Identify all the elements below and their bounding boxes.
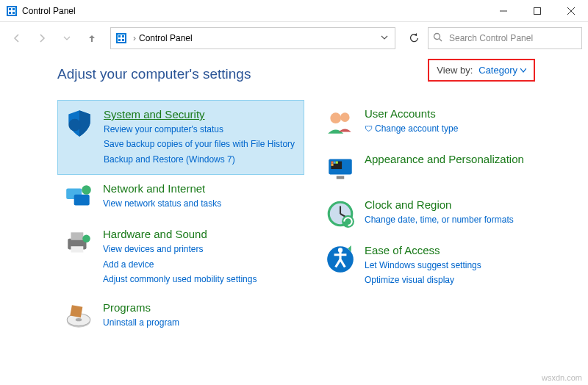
search-input[interactable] bbox=[448, 32, 581, 44]
ease-of-access-icon bbox=[325, 244, 356, 275]
category-title[interactable]: Clock and Region bbox=[365, 198, 560, 211]
svg-rect-34 bbox=[331, 162, 333, 164]
address-bar[interactable]: › Control Panel bbox=[110, 27, 395, 49]
category-ease-of-access[interactable]: Ease of Access Let Windows suggest setti… bbox=[319, 237, 566, 295]
search-icon bbox=[433, 32, 443, 45]
category-network-internet[interactable]: Network and Internet View network status… bbox=[57, 175, 304, 220]
control-panel-icon bbox=[115, 32, 127, 44]
svg-rect-24 bbox=[71, 246, 84, 252]
view-by-value: Category bbox=[478, 65, 517, 76]
svg-rect-12 bbox=[118, 35, 121, 37]
category-link[interactable]: Change date, time, or number formats bbox=[365, 212, 560, 227]
category-column-right: User Accounts Change account type Appear… bbox=[319, 100, 566, 339]
category-link[interactable]: Optimize visual display bbox=[365, 273, 560, 287]
forward-button[interactable] bbox=[31, 27, 53, 49]
view-by-dropdown[interactable]: Category bbox=[478, 65, 526, 76]
category-appearance[interactable]: Appearance and Personalization bbox=[319, 145, 566, 191]
category-link[interactable]: Save backup copies of your files with Fi… bbox=[104, 137, 298, 151]
breadcrumb-item[interactable]: Control Panel bbox=[139, 33, 193, 43]
category-title[interactable]: User Accounts bbox=[365, 107, 560, 120]
svg-rect-23 bbox=[71, 232, 84, 240]
monitor-icon bbox=[325, 153, 356, 184]
recent-dropdown[interactable] bbox=[56, 27, 78, 49]
svg-point-25 bbox=[82, 235, 90, 243]
control-panel-icon bbox=[6, 5, 18, 17]
svg-rect-5 bbox=[12, 12, 15, 14]
svg-point-21 bbox=[82, 185, 91, 195]
svg-point-44 bbox=[338, 248, 343, 252]
svg-rect-3 bbox=[12, 8, 15, 10]
svg-point-30 bbox=[330, 112, 341, 123]
category-link[interactable]: Adjust commonly used mobility settings bbox=[103, 272, 298, 287]
maximize-button[interactable] bbox=[520, 0, 554, 22]
svg-point-18 bbox=[68, 119, 81, 132]
shield-icon bbox=[64, 108, 95, 139]
category-title[interactable]: Appearance and Personalization bbox=[365, 153, 560, 165]
refresh-button[interactable] bbox=[403, 27, 425, 49]
svg-rect-35 bbox=[334, 162, 336, 164]
view-by-control: View by: Category bbox=[428, 59, 535, 82]
svg-rect-20 bbox=[74, 195, 90, 206]
category-programs[interactable]: Programs Uninstall a program bbox=[57, 294, 304, 339]
svg-point-28 bbox=[76, 318, 82, 321]
svg-rect-13 bbox=[122, 35, 124, 37]
category-clock-region[interactable]: Clock and Region Change date, time, or n… bbox=[319, 191, 566, 237]
category-link[interactable]: Add a device bbox=[103, 257, 298, 272]
view-by-label: View by: bbox=[437, 65, 473, 76]
svg-rect-4 bbox=[9, 12, 11, 14]
navbar: › Control Panel bbox=[0, 22, 588, 54]
category-title[interactable]: System and Security bbox=[104, 108, 298, 120]
content-area: Adjust your computer's settings View by:… bbox=[0, 54, 588, 347]
category-link[interactable]: View devices and printers bbox=[103, 242, 298, 256]
svg-rect-37 bbox=[331, 164, 333, 166]
close-button[interactable] bbox=[554, 0, 588, 22]
svg-rect-7 bbox=[534, 7, 541, 14]
clock-icon bbox=[325, 198, 356, 229]
svg-rect-29 bbox=[70, 305, 82, 317]
category-link[interactable]: Backup and Restore (Windows 7) bbox=[104, 152, 298, 167]
svg-rect-2 bbox=[9, 8, 11, 10]
svg-line-17 bbox=[440, 38, 442, 41]
svg-rect-15 bbox=[122, 39, 124, 41]
category-title[interactable]: Hardware and Sound bbox=[103, 228, 298, 240]
address-dropdown[interactable] bbox=[374, 33, 395, 43]
users-icon bbox=[325, 107, 356, 138]
titlebar: Control Panel bbox=[0, 0, 588, 22]
category-title[interactable]: Ease of Access bbox=[365, 244, 560, 256]
category-title[interactable]: Network and Internet bbox=[103, 182, 298, 195]
category-link[interactable]: Let Windows suggest settings bbox=[365, 258, 560, 273]
category-hardware-sound[interactable]: Hardware and Sound View devices and prin… bbox=[57, 220, 304, 294]
watermark: wsxdn.com bbox=[542, 373, 582, 382]
svg-point-31 bbox=[340, 112, 350, 122]
disc-icon bbox=[63, 301, 94, 332]
back-button[interactable] bbox=[6, 27, 28, 49]
category-system-security[interactable]: System and Security Review your computer… bbox=[57, 100, 304, 175]
minimize-button[interactable] bbox=[487, 0, 520, 22]
svg-rect-14 bbox=[118, 39, 121, 41]
svg-rect-38 bbox=[337, 176, 345, 179]
network-icon bbox=[63, 182, 94, 213]
window-title: Control Panel bbox=[22, 6, 487, 16]
category-title[interactable]: Programs bbox=[103, 301, 298, 314]
category-user-accounts[interactable]: User Accounts Change account type bbox=[319, 100, 566, 145]
category-link[interactable]: Review your computer's status bbox=[104, 122, 298, 137]
svg-rect-36 bbox=[336, 162, 338, 164]
svg-point-16 bbox=[434, 33, 440, 39]
up-button[interactable] bbox=[81, 27, 103, 49]
printer-icon bbox=[63, 228, 94, 259]
category-link[interactable]: Change account type bbox=[365, 121, 560, 136]
breadcrumb-separator: › bbox=[133, 33, 136, 43]
search-box[interactable] bbox=[428, 27, 582, 49]
category-link[interactable]: View network status and tasks bbox=[103, 196, 298, 211]
category-link[interactable]: Uninstall a program bbox=[103, 315, 298, 330]
category-column-left: System and Security Review your computer… bbox=[57, 100, 304, 339]
